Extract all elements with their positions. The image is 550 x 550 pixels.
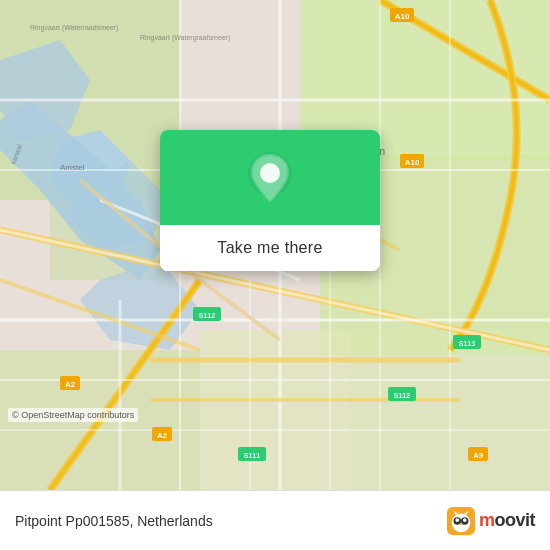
svg-point-67: [455, 518, 459, 522]
svg-text:A10: A10: [405, 158, 420, 167]
map-copyright: © OpenStreetMap contributors: [8, 408, 138, 422]
svg-text:Ringvaart (Watergraafsmeer): Ringvaart (Watergraafsmeer): [140, 34, 230, 42]
svg-text:S111: S111: [244, 452, 260, 459]
svg-rect-5: [200, 330, 350, 490]
svg-text:A2: A2: [65, 380, 76, 389]
svg-text:Ringvaart (Waterraadsmeer): Ringvaart (Waterraadsmeer): [30, 24, 118, 32]
svg-text:A10: A10: [395, 12, 410, 21]
take-me-there-button[interactable]: Take me there: [160, 225, 380, 271]
svg-text:A9: A9: [473, 451, 484, 460]
moovit-m-letter: m: [479, 510, 495, 530]
popup-header: [160, 130, 380, 225]
moovit-logo: moovit: [447, 507, 535, 535]
svg-text:S112: S112: [394, 392, 410, 399]
location-popup: Take me there: [160, 130, 380, 271]
svg-text:A2: A2: [157, 431, 168, 440]
bottom-bar: Pitpoint Pp001585, Netherlands moovit: [0, 490, 550, 550]
location-pin-icon: [245, 150, 295, 210]
moovit-brand-text: moovit: [479, 510, 535, 531]
svg-point-68: [463, 518, 467, 522]
svg-point-62: [260, 163, 280, 183]
svg-text:Amstel: Amstel: [60, 163, 85, 172]
moovit-rest-text: oovit: [495, 510, 536, 530]
moovit-owl-icon: [447, 507, 475, 535]
map-container: emen Amstel Ringvaart (Watergraafsmeer) …: [0, 0, 550, 490]
svg-text:S113: S113: [459, 340, 475, 347]
location-name: Pitpoint Pp001585, Netherlands: [15, 513, 213, 529]
svg-text:S112: S112: [199, 312, 215, 319]
